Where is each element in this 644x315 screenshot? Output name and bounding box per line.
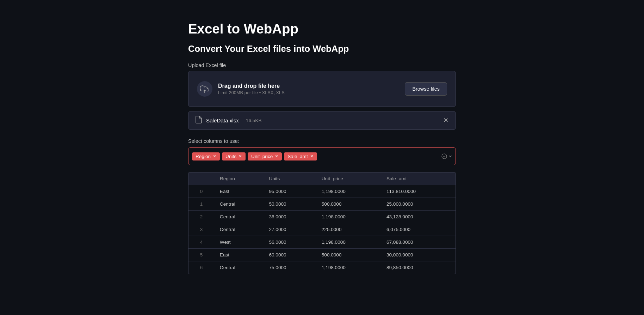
browse-files-button[interactable]: Browse files — [405, 82, 447, 96]
row-sale-amt: 67,088.0000 — [381, 236, 456, 249]
row-region: East — [214, 185, 264, 198]
tag-remove-sale-amt[interactable]: ✕ — [310, 154, 314, 159]
row-index: 6 — [188, 261, 214, 274]
file-document-icon — [196, 116, 202, 125]
row-sale-amt: 30,000.0000 — [381, 249, 456, 261]
row-unit-price: 1,198.0000 — [316, 236, 381, 249]
dropzone-secondary-text: Limit 200MB per file • XLSX, XLS — [218, 90, 285, 95]
row-region: Central — [214, 211, 264, 223]
row-units: 27.0000 — [263, 223, 316, 236]
row-region: East — [214, 249, 264, 261]
row-index: 2 — [188, 211, 214, 223]
row-sale-amt: 89,850.0000 — [381, 261, 456, 274]
file-size: 16.5KB — [246, 118, 262, 123]
column-tag-units[interactable]: Units ✕ — [222, 152, 246, 160]
row-index: 1 — [188, 198, 214, 211]
file-name: SaleData.xlsx — [206, 117, 239, 123]
columns-label: Select columns to use: — [188, 138, 456, 144]
file-dropzone[interactable]: Drag and drop file here Limit 200MB per … — [188, 71, 456, 107]
column-tag-sale-amt[interactable]: Sale_amt ✕ — [284, 152, 317, 160]
upload-label: Upload Excel file — [188, 62, 456, 68]
table-row: 1 Central 50.0000 500.0000 25,000.0000 — [188, 198, 456, 211]
table-row: 5 East 60.0000 500.0000 30,000.0000 — [188, 249, 456, 261]
row-index: 5 — [188, 249, 214, 261]
row-unit-price: 500.0000 — [316, 198, 381, 211]
row-index: 0 — [188, 185, 214, 198]
row-region: Central — [214, 261, 264, 274]
data-table: Region Units Unit_price Sale_amt 0 East … — [188, 172, 456, 274]
row-unit-price: 1,198.0000 — [316, 261, 381, 274]
row-region: Central — [214, 198, 264, 211]
row-unit-price: 500.0000 — [316, 249, 381, 261]
row-units: 60.0000 — [263, 249, 316, 261]
table-row: 3 Central 27.0000 225.0000 6,075.0000 — [188, 223, 456, 236]
columns-select-box[interactable]: Region ✕ Units ✕ Unit_price ✕ Sale_amt ✕ — [188, 147, 456, 165]
row-sale-amt: 113,810.0000 — [381, 185, 456, 198]
table-header-sale-amt: Sale_amt — [381, 172, 456, 185]
table-row: 4 West 56.0000 1,198.0000 67,088.0000 — [188, 236, 456, 249]
file-remove-button[interactable]: ✕ — [443, 117, 448, 124]
row-sale-amt: 6,075.0000 — [381, 223, 456, 236]
table-row: 0 East 95.0000 1,198.0000 113,810.0000 — [188, 185, 456, 198]
row-units: 95.0000 — [263, 185, 316, 198]
row-units: 50.0000 — [263, 198, 316, 211]
row-region: West — [214, 236, 264, 249]
table-row: 2 Central 36.0000 1,198.0000 43,128.0000 — [188, 211, 456, 223]
cloud-upload-icon — [197, 81, 212, 97]
column-tag-region[interactable]: Region ✕ — [192, 152, 220, 160]
tag-remove-units[interactable]: ✕ — [239, 154, 242, 159]
column-tag-unit-price[interactable]: Unit_price ✕ — [248, 152, 282, 160]
table-header-row: Region Units Unit_price Sale_amt — [188, 172, 456, 185]
table-header-unit-price: Unit_price — [316, 172, 381, 185]
row-unit-price: 1,198.0000 — [316, 185, 381, 198]
row-unit-price: 1,198.0000 — [316, 211, 381, 223]
file-item: SaleData.xlsx 16.5KB ✕ — [188, 111, 456, 130]
row-index: 4 — [188, 236, 214, 249]
table-header-region: Region — [214, 172, 264, 185]
row-units: 36.0000 — [263, 211, 316, 223]
app-title: Excel to WebApp — [188, 21, 456, 37]
table-header-index — [188, 172, 214, 185]
data-table-wrapper: Region Units Unit_price Sale_amt 0 East … — [188, 172, 456, 274]
table-row: 6 Central 75.0000 1,198.0000 89,850.0000 — [188, 261, 456, 274]
table-header-units: Units — [263, 172, 316, 185]
page-subtitle: Convert Your Excel files into WebApp — [188, 44, 456, 54]
row-units: 75.0000 — [263, 261, 316, 274]
row-region: Central — [214, 223, 264, 236]
row-index: 3 — [188, 223, 214, 236]
tag-remove-region[interactable]: ✕ — [213, 154, 216, 159]
columns-dropdown-icon[interactable] — [441, 153, 452, 159]
row-unit-price: 225.0000 — [316, 223, 381, 236]
tag-remove-unit-price[interactable]: ✕ — [275, 154, 278, 159]
row-sale-amt: 25,000.0000 — [381, 198, 456, 211]
row-sale-amt: 43,128.0000 — [381, 211, 456, 223]
dropzone-primary-text: Drag and drop file here — [218, 83, 285, 89]
row-units: 56.0000 — [263, 236, 316, 249]
